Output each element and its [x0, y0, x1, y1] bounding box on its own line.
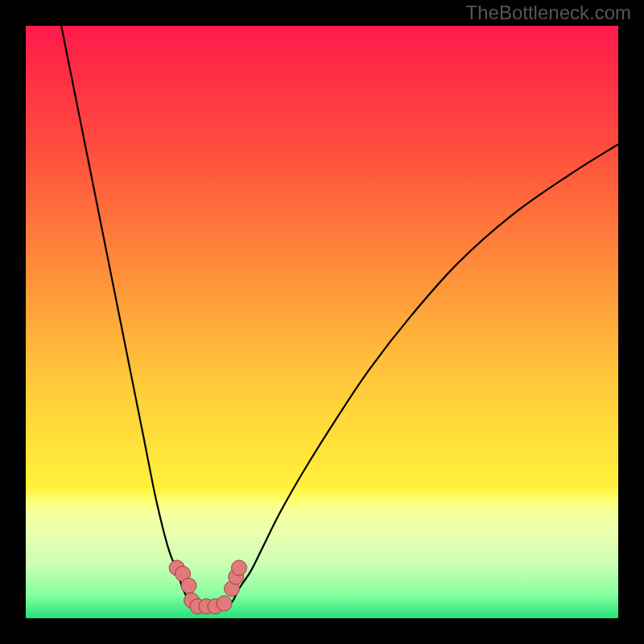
- gradient-background: [26, 26, 618, 618]
- bottleneck-chart: [26, 26, 618, 618]
- watermark-text: TheBottleneck.com: [466, 2, 631, 24]
- data-marker: [217, 596, 232, 611]
- chart-frame: TheBottleneck.com: [0, 0, 644, 644]
- data-marker: [181, 578, 196, 593]
- data-marker: [231, 560, 246, 576]
